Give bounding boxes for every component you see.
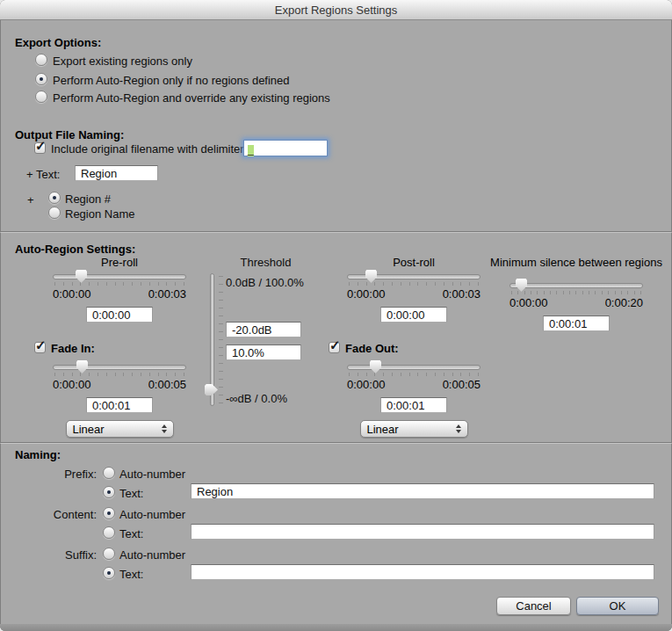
prefix-text-field[interactable] [191, 483, 654, 499]
fade-in-max-label: 0:00:05 [148, 378, 186, 391]
pre-roll-ticks [53, 282, 186, 286]
fade-out-max-label: 0:00:05 [443, 378, 481, 391]
fade-in-checkbox[interactable] [34, 342, 46, 353]
radio-region-name[interactable] [48, 207, 61, 219]
ok-button[interactable]: OK [576, 597, 659, 615]
window-title: Export Regions Settings [275, 4, 397, 17]
suffix-auto-number-radio[interactable] [103, 548, 115, 560]
radio-region-number[interactable] [48, 192, 61, 204]
pre-roll-title: Pre-roll [53, 256, 186, 269]
prefix-text-label: Text: [119, 487, 143, 500]
fade-out-label: Fade Out: [345, 342, 399, 355]
pre-roll-min-label: 0:00:00 [53, 287, 90, 301]
content-auto-number-radio[interactable] [103, 507, 115, 519]
suffix-auto-number-label: Auto-number [119, 548, 185, 562]
min-silence-slider[interactable] [509, 283, 643, 288]
fade-out-group: 0:00:00 0:00:05 Linear [347, 359, 481, 438]
post-roll-value-field[interactable] [380, 307, 447, 323]
min-silence-slider-thumb[interactable] [516, 279, 527, 292]
stepper-arrows-icon [162, 424, 167, 433]
fade-in-curve-value: Linear [73, 423, 105, 436]
fade-out-curve-value: Linear [367, 423, 399, 436]
suffix-label: Suffix: [13, 548, 97, 562]
stepper-arrows-icon [456, 424, 461, 433]
separator-naming [0, 442, 672, 443]
fade-out-slider[interactable] [347, 365, 481, 370]
fade-out-slider-thumb[interactable] [370, 360, 381, 374]
fade-out-curve-select[interactable]: Linear [360, 420, 468, 438]
plus-text-label: + Text: [26, 168, 60, 181]
pre-roll-slider[interactable] [53, 274, 186, 279]
cancel-button[interactable]: Cancel [496, 597, 571, 615]
pre-roll-slider-thumb[interactable] [76, 270, 87, 283]
pre-roll-value-field[interactable] [86, 307, 153, 323]
post-roll-min-label: 0:00:00 [347, 287, 385, 301]
fade-out-value-field[interactable] [380, 397, 447, 413]
radio-region-number-label: Region # [65, 192, 111, 206]
content-text-label: Text: [119, 527, 143, 540]
export-options-header: Export Options: [15, 36, 101, 49]
fade-out-min-label: 0:00:00 [347, 378, 385, 391]
titlebar[interactable]: Export Regions Settings [0, 0, 672, 20]
radio-auto-region-if-none-label: Perform Auto-Region only if no regions d… [53, 74, 290, 87]
threshold-percent-field[interactable] [226, 345, 301, 360]
radio-export-existing-regions-label: Export existing regions only [53, 54, 192, 68]
fade-in-curve-select[interactable]: Linear [66, 420, 174, 438]
fade-in-min-label: 0:00:00 [53, 378, 90, 391]
post-roll-ticks [347, 282, 481, 286]
fade-out-ticks [347, 373, 481, 376]
pre-roll-group: Pre-roll 0:00:00 0:00:03 [53, 256, 186, 323]
threshold-title: Threshold [211, 256, 321, 269]
content-text-radio[interactable] [103, 526, 115, 539]
fade-in-slider-thumb[interactable] [76, 360, 88, 374]
min-silence-max-label: 0:00:20 [605, 296, 643, 309]
threshold-slider-thumb[interactable] [205, 384, 218, 395]
suffix-text-field[interactable] [191, 564, 654, 580]
min-silence-title: Minimum silence between regions [490, 256, 662, 269]
prefix-auto-number-label: Auto-number [119, 468, 185, 481]
min-silence-group: Minimum silence between regions 0:00:00 … [509, 256, 643, 331]
content-auto-number-label: Auto-number [119, 508, 185, 521]
post-roll-group: Post-roll 0:00:00 0:00:03 [347, 256, 481, 323]
fade-in-label: Fade In: [51, 342, 95, 355]
auto-region-header: Auto-Region Settings: [15, 243, 135, 256]
radio-auto-region-override[interactable] [35, 91, 47, 103]
min-silence-value-field[interactable] [543, 316, 610, 331]
fade-out-checkbox[interactable] [329, 342, 340, 353]
post-roll-title: Post-roll [347, 256, 481, 269]
radio-export-existing-regions[interactable] [35, 54, 47, 66]
fade-in-group: 0:00:00 0:00:05 Linear [53, 359, 186, 438]
post-roll-max-label: 0:00:03 [443, 287, 481, 301]
radio-auto-region-if-none[interactable] [35, 73, 47, 85]
radio-auto-region-override-label: Perform Auto-Region and override any exi… [53, 91, 330, 105]
window-bottom-edge [0, 624, 672, 631]
include-filename-label: Include original filename with delimiter… [51, 142, 247, 156]
delimiter-field[interactable]: _ [243, 140, 328, 156]
suffix-text-radio[interactable] [103, 567, 115, 579]
fade-in-value-field[interactable] [86, 397, 153, 413]
delimiter-selected-text: _ [248, 145, 254, 156]
plus-label: + [27, 193, 34, 207]
content-label: Content: [13, 508, 97, 521]
suffix-text-label: Text: [119, 568, 143, 581]
threshold-max-label: 0.0dB / 100.0% [226, 276, 304, 289]
separator-auto-region [0, 231, 672, 232]
fade-in-ticks [53, 373, 186, 376]
prefix-text-radio[interactable] [103, 486, 115, 498]
post-roll-slider[interactable] [347, 274, 481, 279]
post-roll-slider-thumb[interactable] [365, 270, 377, 283]
threshold-db-field[interactable] [226, 322, 301, 337]
output-file-naming-header: Output File Naming: [15, 128, 124, 141]
export-regions-dialog: Export Regions Settings Export Options: … [0, 0, 672, 631]
prefix-auto-number-radio[interactable] [103, 467, 115, 479]
threshold-ticks [219, 276, 223, 403]
content-text-field[interactable] [191, 524, 654, 540]
naming-header: Naming: [15, 448, 61, 461]
plus-text-field[interactable] [75, 165, 158, 181]
min-silence-ticks [509, 291, 643, 294]
radio-region-name-label: Region Name [65, 207, 135, 221]
pre-roll-max-label: 0:00:03 [148, 287, 186, 301]
fade-in-slider[interactable] [53, 365, 186, 370]
include-filename-checkbox[interactable] [34, 142, 46, 154]
min-silence-min-label: 0:00:00 [509, 296, 547, 309]
